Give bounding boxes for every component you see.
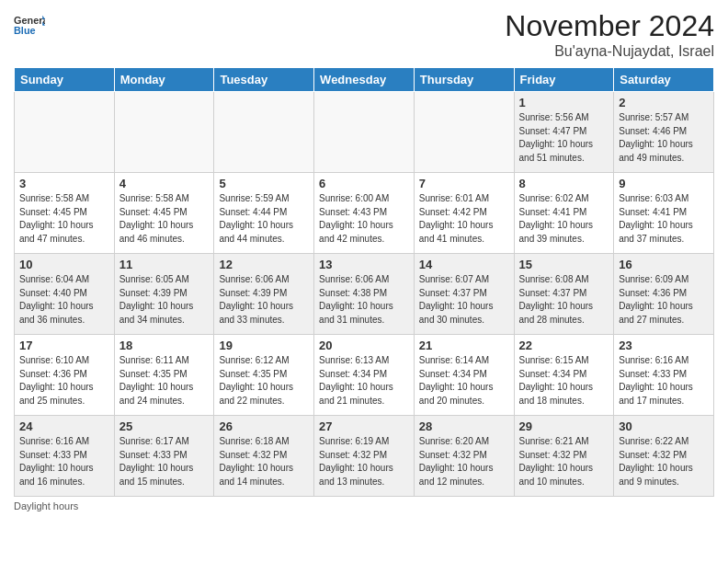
calendar-cell: 16Sunrise: 6:09 AM Sunset: 4:36 PM Dayli…: [614, 254, 714, 335]
day-info: Sunrise: 6:17 AM Sunset: 4:33 PM Dayligh…: [119, 435, 210, 488]
day-number: 4: [119, 177, 210, 190]
calendar-cell: 4Sunrise: 5:58 AM Sunset: 4:45 PM Daylig…: [114, 173, 214, 254]
calendar-cell: 20Sunrise: 6:13 AM Sunset: 4:34 PM Dayli…: [314, 335, 415, 416]
calendar-cell: 26Sunrise: 6:18 AM Sunset: 4:32 PM Dayli…: [214, 416, 314, 497]
calendar-cell: [114, 92, 214, 173]
location: Bu'ayna-Nujaydat, Israel: [505, 43, 714, 60]
day-number: 12: [219, 258, 309, 271]
calendar-week-1: 1Sunrise: 5:56 AM Sunset: 4:47 PM Daylig…: [15, 92, 714, 173]
day-info: Sunrise: 6:16 AM Sunset: 4:33 PM Dayligh…: [19, 435, 109, 488]
day-number: 30: [619, 419, 709, 433]
calendar-cell: 5Sunrise: 5:59 AM Sunset: 4:44 PM Daylig…: [214, 173, 314, 254]
day-info: Sunrise: 6:03 AM Sunset: 4:41 PM Dayligh…: [619, 192, 709, 246]
calendar-cell: 24Sunrise: 6:16 AM Sunset: 4:33 PM Dayli…: [15, 416, 115, 497]
calendar-cell: [414, 92, 514, 173]
day-number: 24: [19, 419, 109, 433]
day-number: 7: [419, 177, 509, 190]
day-info: Sunrise: 6:05 AM Sunset: 4:39 PM Dayligh…: [119, 273, 210, 327]
day-info: Sunrise: 6:21 AM Sunset: 4:32 PM Dayligh…: [519, 435, 609, 488]
col-wednesday: Wednesday: [314, 68, 415, 92]
day-info: Sunrise: 6:06 AM Sunset: 4:39 PM Dayligh…: [219, 273, 309, 327]
day-number: 2: [619, 96, 709, 109]
calendar-cell: 23Sunrise: 6:16 AM Sunset: 4:33 PM Dayli…: [614, 335, 714, 416]
col-sunday: Sunday: [15, 68, 115, 92]
day-number: 18: [119, 339, 210, 352]
calendar-week-2: 3Sunrise: 5:58 AM Sunset: 4:45 PM Daylig…: [15, 173, 714, 254]
day-number: 23: [619, 339, 709, 352]
day-info: Sunrise: 6:13 AM Sunset: 4:34 PM Dayligh…: [319, 354, 409, 408]
day-number: 9: [619, 177, 709, 190]
calendar-week-3: 10Sunrise: 6:04 AM Sunset: 4:40 PM Dayli…: [15, 254, 714, 335]
header: General Blue November 2024 Bu'ayna-Nujay…: [14, 9, 714, 60]
col-tuesday: Tuesday: [214, 68, 314, 92]
calendar-cell: 30Sunrise: 6:22 AM Sunset: 4:32 PM Dayli…: [614, 416, 714, 497]
day-number: 28: [419, 419, 509, 433]
calendar-cell: 19Sunrise: 6:12 AM Sunset: 4:35 PM Dayli…: [214, 335, 314, 416]
calendar-cell: 25Sunrise: 6:17 AM Sunset: 4:33 PM Dayli…: [114, 416, 214, 497]
calendar-cell: 29Sunrise: 6:21 AM Sunset: 4:32 PM Dayli…: [514, 416, 614, 497]
calendar-cell: 28Sunrise: 6:20 AM Sunset: 4:32 PM Dayli…: [414, 416, 514, 497]
col-monday: Monday: [114, 68, 214, 92]
day-number: 20: [319, 339, 409, 352]
day-number: 10: [19, 258, 109, 271]
calendar-cell: 21Sunrise: 6:14 AM Sunset: 4:34 PM Dayli…: [414, 335, 514, 416]
day-number: 21: [419, 339, 509, 352]
calendar-cell: 6Sunrise: 6:00 AM Sunset: 4:43 PM Daylig…: [314, 173, 415, 254]
calendar-cell: 12Sunrise: 6:06 AM Sunset: 4:39 PM Dayli…: [214, 254, 314, 335]
col-friday: Friday: [514, 68, 614, 92]
day-info: Sunrise: 5:58 AM Sunset: 4:45 PM Dayligh…: [19, 192, 109, 246]
day-info: Sunrise: 5:59 AM Sunset: 4:44 PM Dayligh…: [219, 192, 309, 246]
col-thursday: Thursday: [414, 68, 514, 92]
col-saturday: Saturday: [614, 68, 714, 92]
calendar-week-4: 17Sunrise: 6:10 AM Sunset: 4:36 PM Dayli…: [15, 335, 714, 416]
day-info: Sunrise: 6:19 AM Sunset: 4:32 PM Dayligh…: [319, 435, 409, 488]
day-number: 6: [319, 177, 409, 190]
calendar-cell: 3Sunrise: 5:58 AM Sunset: 4:45 PM Daylig…: [15, 173, 115, 254]
day-info: Sunrise: 6:10 AM Sunset: 4:36 PM Dayligh…: [19, 354, 109, 408]
calendar-week-5: 24Sunrise: 6:16 AM Sunset: 4:33 PM Dayli…: [15, 416, 714, 497]
day-info: Sunrise: 6:20 AM Sunset: 4:32 PM Dayligh…: [419, 435, 509, 488]
day-number: 11: [119, 258, 210, 271]
logo: General Blue: [14, 9, 45, 40]
calendar-cell: 2Sunrise: 5:57 AM Sunset: 4:46 PM Daylig…: [614, 92, 714, 173]
day-number: 25: [119, 419, 210, 433]
logo-icon: General Blue: [14, 9, 45, 40]
day-info: Sunrise: 6:08 AM Sunset: 4:37 PM Dayligh…: [519, 273, 609, 327]
day-number: 5: [219, 177, 309, 190]
day-info: Sunrise: 6:18 AM Sunset: 4:32 PM Dayligh…: [219, 435, 309, 488]
day-info: Sunrise: 6:22 AM Sunset: 4:32 PM Dayligh…: [619, 435, 709, 488]
calendar-header-row: Sunday Monday Tuesday Wednesday Thursday…: [15, 68, 714, 92]
calendar-cell: 13Sunrise: 6:06 AM Sunset: 4:38 PM Dayli…: [314, 254, 415, 335]
calendar-cell: 22Sunrise: 6:15 AM Sunset: 4:34 PM Dayli…: [514, 335, 614, 416]
day-number: 14: [419, 258, 509, 271]
footer-text: Daylight hours: [14, 500, 78, 511]
day-number: 8: [519, 177, 609, 190]
svg-text:Blue: Blue: [14, 25, 36, 36]
month-title: November 2024: [505, 9, 714, 43]
day-number: 27: [319, 419, 409, 433]
day-info: Sunrise: 6:09 AM Sunset: 4:36 PM Dayligh…: [619, 273, 709, 327]
svg-text:General: General: [14, 15, 45, 26]
day-number: 19: [219, 339, 309, 352]
day-info: Sunrise: 6:16 AM Sunset: 4:33 PM Dayligh…: [619, 354, 709, 408]
calendar-cell: 11Sunrise: 6:05 AM Sunset: 4:39 PM Dayli…: [114, 254, 214, 335]
calendar-cell: 15Sunrise: 6:08 AM Sunset: 4:37 PM Dayli…: [514, 254, 614, 335]
day-number: 17: [19, 339, 109, 352]
calendar-table: Sunday Monday Tuesday Wednesday Thursday…: [14, 67, 714, 497]
day-number: 26: [219, 419, 309, 433]
day-number: 29: [519, 419, 609, 433]
calendar-cell: [214, 92, 314, 173]
calendar-cell: [15, 92, 115, 173]
day-info: Sunrise: 6:14 AM Sunset: 4:34 PM Dayligh…: [419, 354, 509, 408]
day-info: Sunrise: 6:11 AM Sunset: 4:35 PM Dayligh…: [119, 354, 210, 408]
day-info: Sunrise: 6:12 AM Sunset: 4:35 PM Dayligh…: [219, 354, 309, 408]
day-info: Sunrise: 5:57 AM Sunset: 4:46 PM Dayligh…: [619, 111, 709, 165]
calendar-cell: 27Sunrise: 6:19 AM Sunset: 4:32 PM Dayli…: [314, 416, 415, 497]
day-info: Sunrise: 6:01 AM Sunset: 4:42 PM Dayligh…: [419, 192, 509, 246]
day-info: Sunrise: 5:58 AM Sunset: 4:45 PM Dayligh…: [119, 192, 210, 246]
calendar-cell: [314, 92, 415, 173]
title-block: November 2024 Bu'ayna-Nujaydat, Israel: [505, 9, 714, 60]
day-number: 3: [19, 177, 109, 190]
calendar-cell: 8Sunrise: 6:02 AM Sunset: 4:41 PM Daylig…: [514, 173, 614, 254]
footer: Daylight hours: [14, 500, 714, 511]
